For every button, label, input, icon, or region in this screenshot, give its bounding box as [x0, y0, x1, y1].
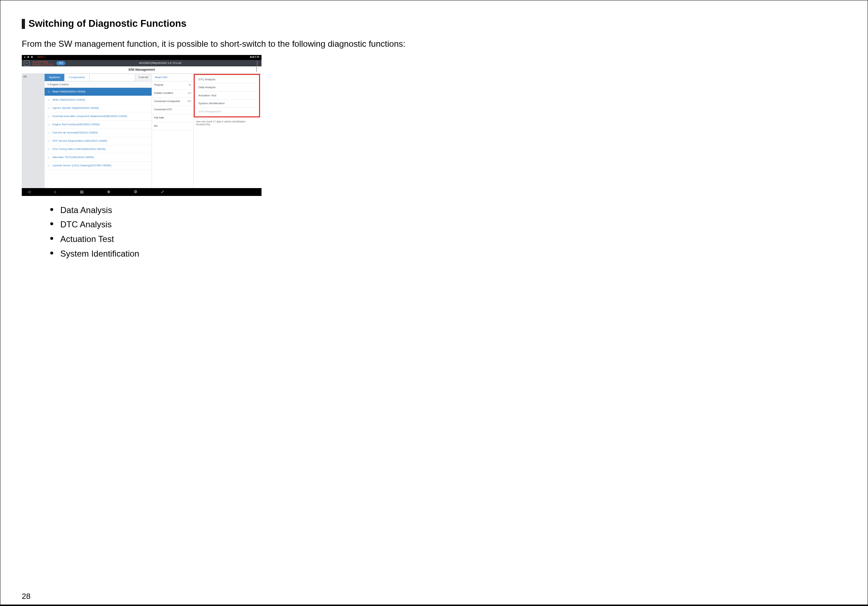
- star-icon: ☆: [48, 98, 50, 102]
- bullet-item: DTC Analysis: [50, 218, 846, 232]
- bullet-item: System Identification: [50, 247, 846, 261]
- bullet-item: Actuation Test: [50, 232, 846, 247]
- list-item[interactable]: ☆Alternator TEST(DBU202G=40500): [45, 154, 152, 162]
- detail-row: Fail Safe: [152, 114, 193, 123]
- tab-systems[interactable]: Systems: [45, 74, 65, 81]
- detail-row: Enable Condition1.K: [152, 90, 193, 98]
- menu-item-sw-management[interactable]: S/W Management: [195, 108, 259, 116]
- document-page: Switching of Diagnostic Functions From t…: [0, 0, 868, 606]
- list-item[interactable]: ☆Engine Test Function(DBU202G=22900): [45, 121, 152, 129]
- vehicle-title: ACCENT(RB)/2016/D 1.6 TCI-U2: [139, 61, 181, 65]
- status-clock: ■ ■ 9:35: [250, 56, 259, 58]
- star-icon: ☆: [48, 106, 50, 110]
- star-icon: ☆: [48, 90, 50, 94]
- tabs-row: Systems Components Fold All: [45, 74, 152, 81]
- nav-home-icon[interactable]: ⌂: [54, 190, 56, 194]
- sw-management-title: S/W Management: [129, 68, 155, 72]
- status-icon: ■: [31, 56, 33, 58]
- intro-paragraph: From the SW management function, it is p…: [22, 36, 575, 52]
- star-icon: ☆: [48, 164, 50, 168]
- menu-item-system-identification[interactable]: System Identification: [195, 99, 259, 108]
- detail-row: Concerned ComponentPC: [152, 98, 193, 106]
- vehicle-tag: ACCENT(RB) 2016/D 1.6 TCI-U2: [33, 61, 54, 66]
- list-item[interactable]: ☆Fuel line air removal(DIS202G=23903): [45, 129, 152, 137]
- header-menu-icon[interactable]: ⋮: [254, 67, 259, 71]
- shortcut-menu-highlight: DTC Analysis Data Analysis Actuation Tes…: [194, 74, 260, 117]
- help-text: User can check 17 digit of vehicle Ident…: [194, 120, 262, 127]
- shortcut-menu-panel: DTC Analysis Data Analysis Actuation Tes…: [194, 74, 262, 188]
- list-item[interactable]: ☆ECU Tuning Data Confirm(DBU202G=38100): [45, 145, 152, 154]
- title-bar-icon: [22, 19, 25, 29]
- ok-label: OK: [23, 75, 27, 78]
- status-icon: ◂: [24, 56, 25, 58]
- bullet-list: Data Analysis DTC Analysis Actuation Tes…: [50, 203, 846, 261]
- nav-back-icon[interactable]: ◁: [28, 190, 30, 194]
- bottom-navbar: ◁ ⌂ ▤ ⊕ ⚙ ⤢: [22, 188, 262, 196]
- star-icon: ☆: [48, 115, 50, 118]
- home-icon[interactable]: ⌂: [24, 60, 29, 66]
- page-number: 28: [22, 592, 30, 601]
- detail-row: Concerned DTC: [152, 106, 193, 114]
- status-right: ■ ■ 9:35: [249, 56, 259, 59]
- detail-row: Etc: [152, 123, 193, 131]
- star-icon: ☆: [48, 148, 50, 151]
- nav-list-icon[interactable]: ▤: [80, 190, 84, 194]
- status-left: ◂ ■ ■ GDS ▢: [24, 56, 48, 59]
- section-title-text: Switching of Diagnostic Functions: [28, 18, 187, 29]
- nav-add-icon[interactable]: ⊕: [107, 190, 110, 194]
- star-icon: ☆: [48, 123, 50, 127]
- list-item[interactable]: ☆Injector Specific Data(DIS202G=16030): [45, 104, 152, 112]
- nav-settings-icon[interactable]: ⚙: [134, 190, 137, 194]
- list-item[interactable]: ☆Read VIN(DIS202G=15203): [45, 88, 152, 96]
- status-app-red: GDS ▢: [37, 56, 46, 58]
- list-item[interactable]: ☆Write VIN(DIS202G=15403): [45, 96, 152, 104]
- star-icon: ☆: [48, 155, 50, 160]
- sw-management-header: S/W Management ⋮: [22, 66, 262, 74]
- star-icon: ☆: [48, 139, 50, 143]
- detail-row: PurposeTo: [152, 81, 193, 90]
- bullet-item: Data Analysis: [50, 203, 846, 218]
- group-header[interactable]: Engine Control: [45, 81, 152, 88]
- section-title: Switching of Diagnostic Functions: [22, 18, 846, 29]
- menu-item-actuation-test[interactable]: Actuation Test: [195, 92, 259, 100]
- tab-components[interactable]: Components: [65, 74, 90, 81]
- detail-header: Read VIN: [152, 74, 193, 81]
- function-list-panel: Systems Components Fold All Engine Contr…: [45, 74, 152, 188]
- left-panel: OK: [22, 74, 45, 188]
- app-titlebar: ⌂ ACCENT(RB) 2016/D 1.6 TCI-U2 VCI ACCEN…: [22, 60, 262, 66]
- detail-panel: Read VIN PurposeTo Enable Condition1.K C…: [152, 74, 194, 188]
- fold-all-button[interactable]: Fold All: [135, 74, 152, 81]
- vci-badge: VCI: [56, 61, 66, 65]
- function-list: ☆Read VIN(DIS202G=15203) ☆Write VIN(DIS2…: [45, 88, 152, 170]
- status-icon: ■: [28, 56, 29, 58]
- embedded-screenshot: ◂ ■ ■ GDS ▢ ■ ■ 9:35 ⌂ ACCENT(RB) 2016/D…: [22, 55, 262, 196]
- nav-fullscreen-icon[interactable]: ⤢: [161, 190, 164, 194]
- status-bar: ◂ ■ ■ GDS ▢ ■ ■ 9:35: [22, 55, 262, 60]
- list-item[interactable]: ☆DPF Service Regeneration (DBU202G=34000…: [45, 137, 152, 145]
- star-icon: ☆: [48, 131, 50, 135]
- menu-item-data-analysis[interactable]: Data Analysis: [195, 84, 259, 92]
- list-item[interactable]: ☆Lambda Sensor (LSU) Cleaning(DOC05G=500…: [45, 162, 152, 170]
- menu-item-dtc-analysis[interactable]: DTC Analysis: [195, 76, 259, 84]
- screenshot-body: OK Systems Components Fold All Engine Co…: [22, 74, 262, 188]
- list-item[interactable]: ☆Essential work after component replacem…: [45, 112, 152, 121]
